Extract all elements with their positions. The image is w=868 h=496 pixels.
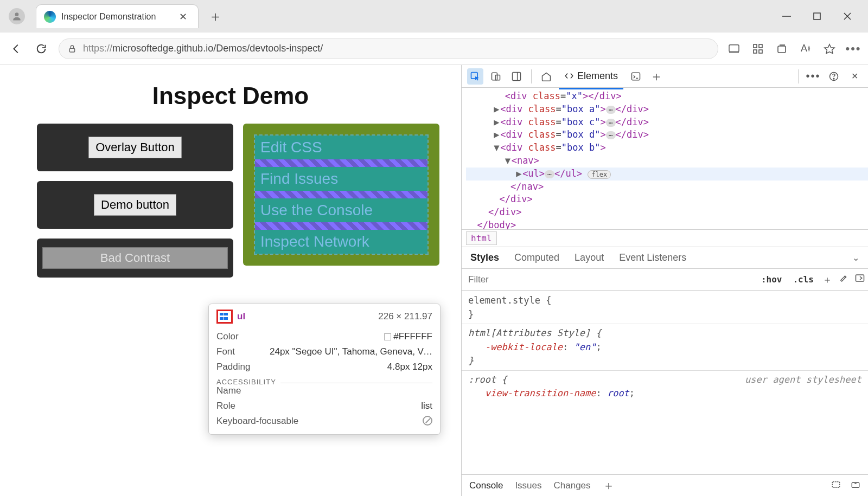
collections-icon[interactable] [776,43,788,55]
tab-close-button[interactable]: ✕ [176,10,190,24]
inspect-element-button[interactable] [467,68,483,85]
tooltip-row-value: #FFFFFF [384,331,432,342]
dom-node[interactable]: <div class="x"></div> [466,90,868,103]
tooltip-row-label: Font [216,346,235,357]
tooltip-dimensions: 226 × 211.97 [378,311,432,322]
dom-tree[interactable]: <div class="x"></div> ▶<div class="box a… [462,88,868,230]
dom-node[interactable]: ▼<div class="box b"> [466,141,868,154]
svg-rect-15 [492,73,497,80]
inspect-tooltip: ul 226 × 211.97 Color#FFFFFF Font24px "S… [208,304,441,435]
expand-tabs-icon[interactable]: ⌄ [852,253,859,263]
svg-point-0 [15,12,19,16]
address-bar[interactable]: https://microsoftedge.github.io/Demos/de… [59,38,718,59]
dom-node-selected[interactable]: ▶<ul>⋯</ul> flex [466,168,868,181]
tab-styles[interactable]: Styles [470,252,499,263]
drawer-tab-changes[interactable]: Changes [554,480,591,491]
dom-node[interactable]: ▶<div class="box c">⋯</div> [466,116,868,129]
tooltip-row-value: 4.8px 12px [387,362,432,372]
svg-rect-12 [778,46,786,53]
tab-layout[interactable]: Layout [575,252,604,263]
add-tab-button[interactable]: ＋ [648,68,665,85]
demo-box-bad-contrast: Bad Contrast [37,239,233,278]
drawer-tab-issues[interactable]: Issues [515,480,541,491]
browser-tab[interactable]: Inspector Demonstration ✕ [36,4,199,28]
tooltip-row-value: list [421,401,432,411]
svg-rect-2 [814,13,820,20]
window-close-button[interactable] [842,11,853,22]
nav-margin-overlay [255,191,427,198]
dom-node[interactable]: ▶<div class="box a">⋯</div> [466,103,868,116]
tooltip-row-label: Keyboard-focusable [216,416,298,427]
nav-margin-overlay [255,222,427,230]
svg-rect-10 [754,50,757,53]
drawer-add-tab[interactable]: ＋ [603,478,615,494]
svg-rect-11 [759,50,762,53]
new-tab-button[interactable]: ＋ [208,7,222,26]
svg-rect-17 [513,72,521,80]
svg-rect-23 [856,275,864,281]
more-menu-button[interactable]: ••• [847,43,859,55]
svg-marker-13 [825,44,834,53]
cls-toggle[interactable]: .cls [787,274,819,285]
tab-computed[interactable]: Computed [514,252,559,263]
svg-rect-8 [754,44,757,48]
page-viewport: Inspect Demo Overlay Button Demo button … [0,65,462,496]
profile-avatar[interactable] [9,8,25,24]
nav-item[interactable]: Use the Console [255,198,427,222]
paintbrush-icon[interactable] [835,274,852,285]
read-aloud-icon[interactable]: A⟫ [800,43,812,55]
demo-button[interactable]: Demo button [94,194,176,216]
svg-rect-19 [632,73,640,80]
devtools-more-button[interactable]: ••• [805,68,821,85]
hov-toggle[interactable]: :hov [756,274,788,285]
svg-rect-6 [729,44,739,51]
dom-node[interactable]: </nav> [466,181,868,194]
new-rule-button[interactable]: ＋ [819,273,835,286]
devtools-help-button[interactable] [826,68,842,85]
tooltip-row-label: Name [216,385,241,396]
styles-rules[interactable]: element.style { } html[Attributes Style]… [462,291,868,474]
dom-node[interactable]: ▼<nav> [466,154,868,168]
breadcrumb-node[interactable]: html [466,231,497,245]
nav-list-highlighted-ul[interactable]: Edit CSS Find Issues Use the Console Ins… [254,134,429,255]
window-minimize-button[interactable] [781,11,792,22]
page-heading: Inspect Demo [0,82,461,109]
tab-elements[interactable]: Elements [559,67,623,85]
screen-icon[interactable] [728,43,740,55]
devtools-close-button[interactable]: ✕ [846,68,863,85]
tab-event-listeners[interactable]: Event Listeners [619,252,686,263]
overlay-button[interactable]: Overlay Button [88,137,182,158]
tooltip-row-label: Role [216,401,235,411]
nav-margin-overlay [255,159,427,167]
favorites-icon[interactable] [824,43,835,55]
demo-box-overlay: Overlay Button [37,124,233,171]
dom-node[interactable]: </div> [466,193,868,206]
console-drawer-icon[interactable] [628,68,644,85]
tooltip-element-name: ul [237,311,245,322]
welcome-tab-icon[interactable] [538,68,554,85]
nav-item[interactable]: Edit CSS [255,136,427,159]
nav-item[interactable]: Inspect Network [255,230,427,254]
flex-badge-icon [216,310,233,324]
grid-icon[interactable] [752,43,764,55]
drawer-tab-console[interactable]: Console [469,480,503,491]
refresh-button[interactable] [34,41,49,56]
svg-rect-16 [495,75,500,80]
styles-filter-input[interactable] [462,274,756,285]
back-button[interactable] [9,41,24,56]
device-toolbar-button[interactable] [488,68,504,85]
computed-toggle-icon[interactable] [852,274,868,285]
nav-item[interactable]: Find Issues [255,167,427,191]
window-maximize-button[interactable] [812,11,822,22]
devtools-panel: Elements ＋ ••• ✕ <div class="x"></div> ▶… [462,65,868,496]
dom-node[interactable]: ▶<div class="box d">⋯</div> [466,128,868,141]
tooltip-row-label: Padding [216,362,250,372]
drawer-action-icon[interactable] [831,480,841,491]
drawer-expand-icon[interactable] [851,480,860,491]
dock-side-button[interactable] [508,68,525,85]
tooltip-row-label: Color [216,331,239,342]
bad-contrast-button[interactable]: Bad Contrast [42,247,228,269]
dom-node[interactable]: </body> [466,219,868,230]
dom-node[interactable]: </div> [466,206,868,219]
nav-box: Edit CSS Find Issues Use the Console Ins… [243,124,439,266]
